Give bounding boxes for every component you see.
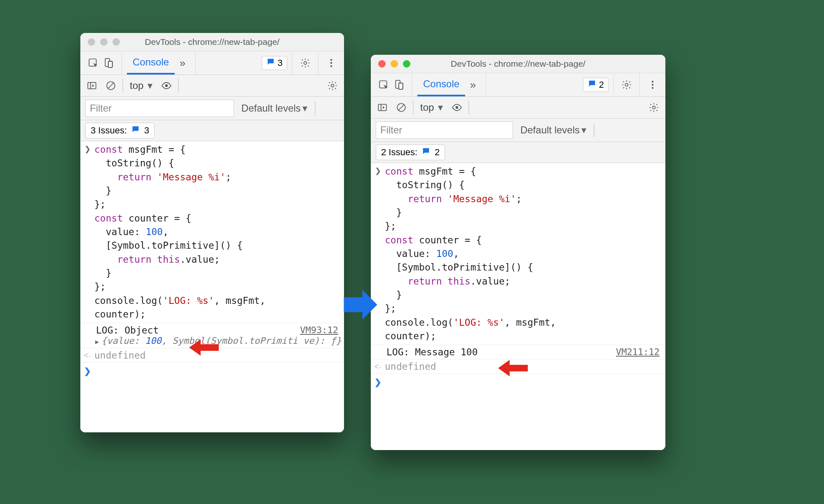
settings-gear-icon[interactable]: [297, 51, 313, 75]
issues-icon: [131, 125, 140, 136]
transition-arrow-icon: [342, 286, 379, 323]
object-preview[interactable]: {value: 100, Symbol(Symbol.toPrimiti ve)…: [101, 336, 342, 346]
window-title: DevTools - chrome://new-tab-page/: [80, 37, 344, 47]
svg-rect-2: [108, 61, 112, 68]
issues-chip-label: 3 Issues:: [91, 125, 127, 136]
zoom-dot[interactable]: [112, 38, 120, 46]
issues-chip[interactable]: 2 Issues: 2: [376, 145, 445, 160]
titlebar[interactable]: DevTools - chrome://new-tab-page/: [371, 55, 665, 73]
titlebar[interactable]: DevTools - chrome://new-tab-page/: [80, 33, 344, 51]
device-toggle-icon[interactable]: [391, 73, 407, 96]
kebab-menu-icon[interactable]: [323, 51, 339, 75]
prompt-chevron-icon: ❯: [80, 364, 94, 376]
issues-pill[interactable]: 2: [583, 78, 609, 92]
sidebar-toggle-icon[interactable]: [375, 100, 390, 115]
levels-dropdown[interactable]: Default levels: [520, 124, 586, 136]
divider: [178, 79, 179, 93]
undefined-value: undefined: [94, 350, 146, 361]
filter-input[interactable]: Filter: [85, 100, 234, 117]
svg-point-23: [653, 106, 655, 109]
issues-chip[interactable]: 3 Issues: 3: [85, 123, 154, 138]
prompt-chevron-icon: ❯: [371, 376, 385, 387]
traffic-lights[interactable]: [378, 60, 410, 68]
main-toolbar: Console » 3: [80, 51, 344, 75]
divider: [122, 79, 123, 93]
tab-console[interactable]: Console: [127, 51, 175, 75]
tab-console[interactable]: Console: [417, 73, 465, 96]
issues-pill-count: 3: [278, 58, 283, 68]
close-dot[interactable]: [88, 38, 95, 46]
devtools-window-left: DevTools - chrome://new-tab-page/ Consol…: [80, 33, 344, 432]
live-expression-eye-icon[interactable]: [449, 100, 464, 115]
kebab-menu-icon[interactable]: [645, 73, 660, 96]
expand-chevron-icon[interactable]: ▸: [94, 336, 101, 346]
svg-point-18: [652, 84, 653, 86]
clear-console-icon[interactable]: [103, 78, 118, 93]
sidebar-toggle-icon[interactable]: [84, 78, 99, 93]
more-tabs-icon[interactable]: »: [175, 51, 190, 75]
console-body: ❯ const msgFmt = { toString() { return '…: [80, 141, 344, 432]
issues-icon: [588, 79, 597, 91]
gutter: [80, 325, 94, 327]
settings-gear-icon[interactable]: [619, 73, 634, 96]
divider: [594, 123, 595, 137]
issues-chip-count: 2: [435, 147, 440, 158]
source-link[interactable]: VM211:12: [616, 347, 660, 357]
context-selector[interactable]: top: [418, 102, 445, 113]
console-input-row[interactable]: ❯ const msgFmt = { toString() { return '…: [371, 163, 665, 345]
callout-arrow-left-icon: [187, 338, 220, 357]
traffic-lights[interactable]: [88, 38, 120, 46]
issues-strip: 3 Issues: 3: [80, 120, 344, 141]
levels-dropdown[interactable]: Default levels: [241, 103, 307, 114]
source-link[interactable]: VM93:12: [300, 325, 338, 335]
svg-point-17: [652, 81, 653, 82]
filter-bar: Filter Default levels: [80, 97, 344, 120]
svg-point-5: [330, 59, 332, 61]
zoom-dot[interactable]: [403, 60, 410, 68]
console-settings-gear-icon[interactable]: [646, 100, 661, 115]
device-toggle-icon[interactable]: [101, 51, 117, 75]
svg-point-10: [165, 84, 168, 87]
console-log-row[interactable]: VM211:12 LOG: Message 100: [371, 345, 665, 359]
svg-point-4: [304, 62, 307, 65]
code-block: const msgFmt = { toString() { return 'Me…: [94, 143, 344, 321]
context-bar: top: [371, 97, 665, 119]
console-input-row[interactable]: ❯ const msgFmt = { toString() { return '…: [80, 141, 344, 323]
minimize-dot[interactable]: [391, 60, 398, 68]
clear-console-icon[interactable]: [394, 100, 409, 115]
divider: [413, 100, 414, 114]
minimize-dot[interactable]: [100, 38, 108, 46]
svg-point-6: [330, 62, 332, 64]
issues-chip-label: 2 Issues:: [381, 147, 417, 158]
gutter: [371, 347, 385, 348]
console-settings-gear-icon[interactable]: [325, 78, 340, 93]
undefined-value: undefined: [385, 361, 436, 372]
input-chevron-icon: ❯: [371, 165, 385, 175]
console-prompt-row[interactable]: ❯: [80, 363, 344, 378]
issues-pill-count: 2: [599, 79, 604, 90]
divider: [468, 100, 469, 114]
close-dot[interactable]: [378, 60, 386, 68]
filter-bar: Filter Default levels: [371, 119, 665, 142]
return-arrow-icon: <·: [80, 350, 94, 360]
inspect-element-icon[interactable]: [85, 51, 101, 75]
svg-rect-14: [399, 83, 403, 89]
filter-input[interactable]: Filter: [376, 121, 513, 139]
svg-point-16: [625, 84, 628, 86]
live-expression-eye-icon[interactable]: [159, 78, 174, 93]
svg-point-7: [330, 65, 332, 67]
context-selector[interactable]: top: [127, 80, 155, 91]
main-toolbar: Console » 2: [371, 73, 665, 97]
more-tabs-icon[interactable]: »: [465, 73, 481, 96]
issues-icon: [266, 57, 275, 69]
return-arrow-icon: <·: [371, 361, 385, 371]
svg-rect-20: [378, 104, 386, 110]
context-bar: top: [80, 75, 344, 97]
inspect-element-icon[interactable]: [376, 73, 391, 96]
divider: [315, 101, 316, 115]
console-body: ❯ const msgFmt = { toString() { return '…: [371, 163, 665, 450]
issues-pill[interactable]: 3: [262, 56, 287, 70]
svg-point-19: [652, 87, 653, 89]
callout-arrow-right-icon: [496, 358, 529, 378]
svg-point-11: [331, 84, 334, 87]
